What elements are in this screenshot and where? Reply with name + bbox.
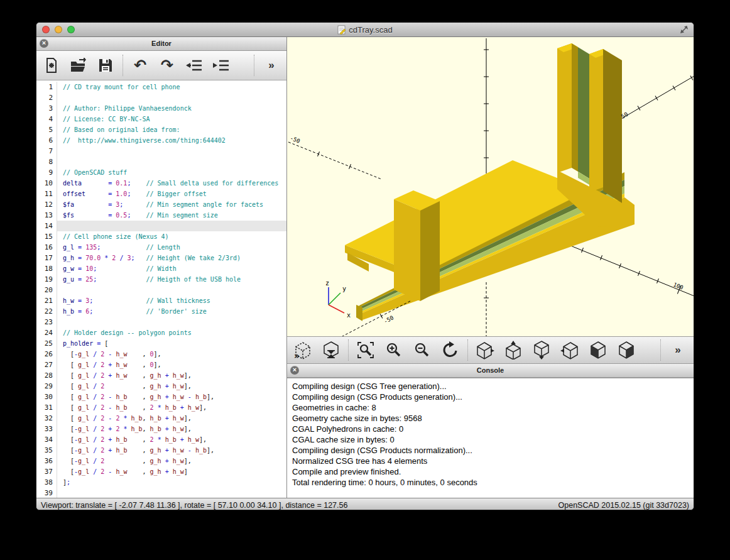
console-close-icon[interactable]: ×: [290, 366, 299, 375]
save-button[interactable]: [97, 57, 114, 74]
code-line[interactable]: 26 [-g_l / 2 - h_w , 0],: [36, 349, 286, 360]
code-line-text: [57, 146, 286, 156]
code-line[interactable]: 32 [ g_l / 2 - 2 * h_b, h_b + h_w],: [36, 413, 286, 424]
code-line[interactable]: 28 [ g_l / 2 + h_w , g_h + h_w],: [36, 370, 286, 381]
zoom-in-button[interactable]: [384, 340, 404, 360]
code-line[interactable]: 20: [36, 285, 286, 295]
code-line[interactable]: 7: [36, 146, 286, 156]
code-line[interactable]: 39: [36, 488, 286, 498]
code-line[interactable]: 33 [-g_l / 2 + 2 * h_b, h_b + h_w],: [36, 424, 286, 434]
code-line[interactable]: 35 [-g_l / 2 + h_b , g_h + h_w - h_b],: [36, 445, 286, 456]
code-line[interactable]: 19g_u = 25; // Heigth of the USB hole: [36, 274, 286, 285]
indent-button[interactable]: [212, 57, 230, 74]
code-line[interactable]: 36 [-g_l / 2 , g_h + h_w],: [36, 456, 286, 466]
code-line[interactable]: 31 [ g_l / 2 - h_b , 2 * h_b + h_w],: [36, 402, 286, 413]
code-line[interactable]: 18g_w = 10; // Width: [36, 263, 286, 274]
console-line: Geometries in cache: 8: [292, 402, 689, 413]
code-line[interactable]: 22h_b = 6; // 'Border' size: [36, 306, 286, 317]
code-line[interactable]: 21h_w = 3; // Wall thickness: [36, 295, 286, 306]
code-line[interactable]: 30 [ g_l / 2 - h_b , g_h + h_w - h_b],: [36, 392, 286, 402]
right-column: 50 100 -50 -50 z y x: [287, 37, 694, 498]
code-line[interactable]: 25p_holder = [: [36, 338, 286, 349]
code-line-text: ];: [57, 477, 286, 488]
zoom-out-button[interactable]: [412, 340, 432, 360]
line-number: 25: [36, 338, 57, 349]
open-file-button[interactable]: [70, 57, 87, 74]
editor-dock-header[interactable]: × Editor: [36, 37, 286, 51]
code-line[interactable]: 34 [-g_l / 2 + h_b , 2 * h_b + h_w],: [36, 434, 286, 445]
line-number: 3: [36, 103, 57, 114]
code-line[interactable]: 24// Holder design -- polygon points: [36, 327, 286, 338]
code-line-text: // CD tray mount for cell phone: [57, 82, 286, 92]
line-number: 30: [36, 392, 57, 402]
view-bottom-button[interactable]: [531, 340, 552, 360]
editor-close-icon[interactable]: ×: [40, 39, 48, 48]
code-line[interactable]: 23: [36, 317, 286, 327]
window-title: cdTray.scad: [337, 25, 392, 35]
axis-label-x-positive: 100: [672, 282, 684, 291]
minimize-window-button[interactable]: [55, 26, 62, 33]
fullscreen-icon[interactable]: [680, 25, 689, 34]
line-number: 17: [36, 253, 57, 263]
console-panel: × Console Compiling design (CSG Tree gen…: [287, 364, 694, 498]
code-line[interactable]: 4// License: CC BY-NC-SA: [36, 114, 286, 124]
title-bar[interactable]: cdTray.scad: [36, 23, 694, 37]
code-line[interactable]: 9// OpenSCAD stuff: [36, 167, 286, 178]
editor-panel-title: Editor: [151, 40, 172, 47]
code-line-text: [-g_l / 2 + h_b , 2 * h_b + h_w],: [57, 434, 286, 445]
view-top-icon: [504, 341, 523, 360]
axis-label-x-negative: -50: [289, 135, 301, 145]
code-line-text: h_w = 3; // Wall thickness: [57, 295, 286, 306]
undo-button[interactable]: ↶: [131, 57, 149, 74]
view-front-button[interactable]: [588, 340, 608, 360]
view-right-button[interactable]: [475, 340, 495, 360]
line-number: 34: [36, 434, 57, 445]
code-line[interactable]: 27 [ g_l / 2 + h_w , 0],: [36, 360, 286, 370]
code-line[interactable]: 37 [-g_l / 2 - h_w , g_h + h_w]: [36, 466, 286, 477]
close-window-button[interactable]: [42, 26, 50, 33]
code-line[interactable]: 6// http://www.thingiverse.com/thing:644…: [36, 135, 286, 146]
line-number: 35: [36, 445, 57, 456]
view-all-button[interactable]: »: [293, 340, 313, 360]
model-tab: [394, 199, 420, 301]
editor-toolbar-overflow-button[interactable]: »: [263, 57, 280, 74]
code-line[interactable]: 17g_h = 70.0 * 2 / 3; // Height (We take…: [36, 253, 286, 263]
view-back-button[interactable]: [616, 340, 636, 360]
code-line[interactable]: 12$fa = 3; // Min segment angle for face…: [36, 199, 286, 210]
code-line[interactable]: 16g_l = 135; // Length: [36, 242, 286, 253]
code-line[interactable]: 8: [36, 156, 286, 167]
code-line[interactable]: 14: [36, 221, 286, 231]
code-line[interactable]: 29 [ g_l / 2 , g_h + h_w],: [36, 381, 286, 392]
code-editor[interactable]: 1// CD tray mount for cell phone23// Aut…: [36, 80, 286, 498]
code-line[interactable]: 3// Author: Philippe Vanhaesendonck: [36, 103, 286, 114]
viewport-toolbar-overflow-button[interactable]: »: [668, 340, 688, 360]
console-line: Compiling design (CSG Tree generation)..…: [292, 381, 689, 392]
code-line[interactable]: 38];: [36, 477, 286, 488]
code-line[interactable]: 2: [36, 92, 286, 103]
render-button[interactable]: [321, 340, 341, 360]
zoom-out-icon: [413, 341, 432, 360]
view-top-button[interactable]: [503, 340, 523, 360]
console-dock-header[interactable]: × Console: [287, 364, 694, 378]
3d-viewport[interactable]: 50 100 -50 -50 z y x: [287, 37, 694, 336]
code-line[interactable]: 11offset = 1.0; // Bigger offset: [36, 189, 286, 199]
code-line-text: [ g_l / 2 - 2 * h_b, h_b + h_w],: [57, 413, 286, 424]
code-line[interactable]: 13$fs = 0.5; // Min segment size: [36, 210, 286, 221]
code-line-text: $fa = 3; // Min segment angle for facets: [57, 199, 286, 210]
unindent-button[interactable]: [185, 57, 203, 74]
redo-button[interactable]: ↷: [158, 57, 176, 74]
code-line-text: g_l = 135; // Length: [57, 242, 286, 253]
console-output[interactable]: Compiling design (CSG Tree generation)..…: [287, 378, 694, 498]
code-line[interactable]: 1// CD tray mount for cell phone: [36, 82, 286, 92]
code-line[interactable]: 5// Based on original idea from:: [36, 124, 286, 135]
new-file-button[interactable]: [43, 57, 60, 74]
zoom-window-button[interactable]: [67, 26, 75, 33]
code-line[interactable]: 10delta = 0.1; // Small delta used for d…: [36, 178, 286, 189]
zoom-all-button[interactable]: [356, 340, 376, 360]
code-line-text: // Author: Philippe Vanhaesendonck: [57, 103, 286, 114]
new-file-icon: [44, 57, 59, 74]
view-left-button[interactable]: [560, 340, 580, 360]
line-number: 5: [36, 124, 57, 135]
reset-view-button[interactable]: [440, 340, 460, 360]
code-line[interactable]: 15// Cell phone size (Nexus 4): [36, 231, 286, 242]
